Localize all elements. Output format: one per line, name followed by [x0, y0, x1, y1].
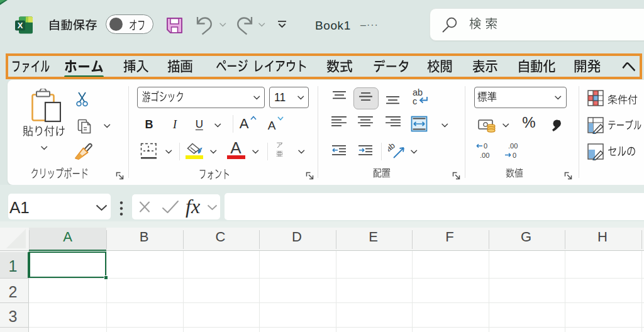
svg-text:X: X [18, 21, 23, 30]
svg-text:.00: .00 [480, 152, 489, 159]
svg-text:.00: .00 [508, 142, 518, 150]
svg-text:c: c [413, 96, 417, 106]
svg-text:0: 0 [484, 142, 487, 150]
svg-text:0: 0 [513, 152, 516, 159]
svg-text:ab: ab [388, 142, 397, 153]
